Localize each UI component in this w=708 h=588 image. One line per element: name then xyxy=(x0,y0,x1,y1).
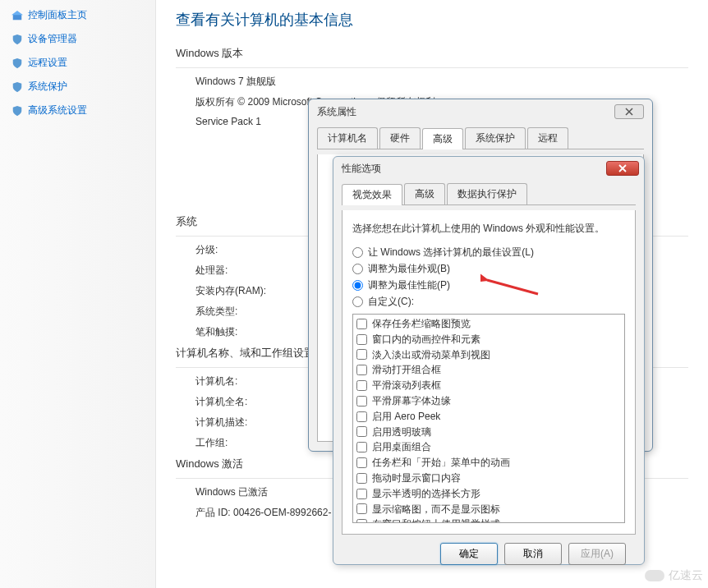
checkbox-row[interactable]: 淡入淡出或滑动菜单到视图 xyxy=(356,347,621,363)
checkbox-input[interactable] xyxy=(356,426,367,437)
checkbox-label: 平滑屏幕字体边缘 xyxy=(372,394,451,408)
sidebar-item-label: 系统保护 xyxy=(28,80,67,94)
pen-touch-label: 笔和触摸: xyxy=(195,325,237,339)
checkbox-row[interactable]: 拖动时显示窗口内容 xyxy=(356,471,621,486)
windows-edition-header: Windows 版本 xyxy=(176,46,688,61)
checkbox-label: 显示缩略图，而不是显示图标 xyxy=(372,503,500,517)
radio-input[interactable] xyxy=(352,296,363,307)
sidebar-item-label: 设备管理器 xyxy=(28,32,77,46)
apply-button[interactable]: 应用(A) xyxy=(568,543,626,565)
checkbox-label: 任务栏和「开始」菜单中的动画 xyxy=(372,456,510,470)
full-name-label: 计算机全名: xyxy=(195,395,247,409)
checkbox-label: 在窗口和按钮上使用视觉样式 xyxy=(372,517,500,523)
radio-let-windows-choose[interactable]: 让 Windows 选择计算机的最佳设置(L) xyxy=(352,246,625,260)
close-button[interactable] xyxy=(614,104,644,119)
checkbox-input[interactable] xyxy=(356,519,367,523)
checkbox-input[interactable] xyxy=(356,457,367,468)
checkbox-input[interactable] xyxy=(356,319,367,329)
checkbox-row[interactable]: 任务栏和「开始」菜单中的动画 xyxy=(356,455,621,471)
checkbox-input[interactable] xyxy=(356,334,367,345)
sidebar-item-advanced-system-settings[interactable]: 高级系统设置 xyxy=(0,99,155,122)
workgroup-label: 工作组: xyxy=(195,436,228,450)
checkbox-input[interactable] xyxy=(356,396,367,407)
radio-input[interactable] xyxy=(352,264,363,274)
tab-system-protection[interactable]: 系统保护 xyxy=(465,127,526,149)
edition-value: Windows 7 旗舰版 xyxy=(176,75,688,89)
dialog-title: 性能选项 xyxy=(342,162,381,176)
checkbox-row[interactable]: 在窗口和按钮上使用视觉样式 xyxy=(356,517,621,523)
checkbox-label: 启用桌面组合 xyxy=(372,440,431,454)
watermark: 亿速云 xyxy=(645,568,703,583)
perf-caption: 选择您想在此计算机上使用的 Windows 外观和性能设置。 xyxy=(352,222,625,236)
cancel-button[interactable]: 取消 xyxy=(504,543,562,565)
page-title: 查看有关计算机的基本信息 xyxy=(176,10,688,30)
checkbox-input[interactable] xyxy=(356,380,367,391)
dialog-title: 系统属性 xyxy=(317,105,356,119)
checkbox-input[interactable] xyxy=(356,442,367,452)
sidebar-item-label: 高级系统设置 xyxy=(28,103,87,117)
radio-input[interactable] xyxy=(352,280,363,291)
checkbox-row[interactable]: 平滑滚动列表框 xyxy=(356,378,621,393)
radio-best-performance[interactable]: 调整为最佳性能(P) xyxy=(352,278,625,292)
tab-remote[interactable]: 远程 xyxy=(527,127,568,149)
radio-input[interactable] xyxy=(352,247,363,258)
radio-best-appearance[interactable]: 调整为最佳外观(B) xyxy=(352,262,625,276)
checkbox-input[interactable] xyxy=(356,473,367,484)
shield-icon xyxy=(11,57,23,69)
radio-label: 让 Windows 选择计算机的最佳设置(L) xyxy=(368,246,534,260)
tab-visual-effects[interactable]: 视觉效果 xyxy=(342,184,402,205)
checkbox-input[interactable] xyxy=(356,365,367,375)
tab-hardware[interactable]: 硬件 xyxy=(379,127,421,149)
svg-rect-0 xyxy=(13,14,22,20)
checkbox-row[interactable]: 显示半透明的选择长方形 xyxy=(356,486,621,502)
sidebar-item-remote-settings[interactable]: 远程设置 xyxy=(0,51,155,75)
close-button[interactable] xyxy=(606,161,639,176)
checkbox-label: 显示半透明的选择长方形 xyxy=(372,487,480,501)
sidebar-item-system-protection[interactable]: 系统保护 xyxy=(0,75,155,99)
desc-label: 计算机描述: xyxy=(195,416,247,430)
checkbox-input[interactable] xyxy=(356,411,367,422)
system-type-label: 系统类型: xyxy=(195,305,237,319)
tab-computer-name[interactable]: 计算机名 xyxy=(317,127,378,149)
checkbox-row[interactable]: 启用 Aero Peek xyxy=(356,409,621,425)
checkbox-row[interactable]: 滑动打开组合框 xyxy=(356,362,621,378)
sidebar-item-device-manager[interactable]: 设备管理器 xyxy=(0,27,155,51)
visual-effects-listbox[interactable]: 保存任务栏缩略图预览窗口内的动画控件和元素淡入淡出或滑动菜单到视图滑动打开组合框… xyxy=(352,314,625,523)
checkbox-label: 保存任务栏缩略图预览 xyxy=(372,317,471,331)
tab-advanced[interactable]: 高级 xyxy=(422,128,463,149)
radio-custom[interactable]: 自定义(C): xyxy=(352,295,625,309)
sidebar-item-control-panel-home[interactable]: 控制面板主页 xyxy=(0,3,155,27)
tab-advanced[interactable]: 高级 xyxy=(404,183,445,204)
checkbox-row[interactable]: 窗口内的动画控件和元素 xyxy=(356,332,621,347)
checkbox-input[interactable] xyxy=(356,503,367,514)
computer-name-label: 计算机名: xyxy=(195,374,237,388)
shield-icon xyxy=(11,81,23,93)
checkbox-row[interactable]: 启用桌面组合 xyxy=(356,439,621,455)
dialog-titlebar[interactable]: 性能选项 xyxy=(333,157,644,180)
shield-icon xyxy=(11,105,23,117)
checkbox-row[interactable]: 显示缩略图，而不是显示图标 xyxy=(356,502,621,517)
ok-button[interactable]: 确定 xyxy=(440,543,498,565)
close-icon xyxy=(625,108,633,116)
watermark-text: 亿速云 xyxy=(669,568,703,581)
checkbox-row[interactable]: 启用透明玻璃 xyxy=(356,425,621,440)
perf-panel: 选择您想在此计算机上使用的 Windows 外观和性能设置。 让 Windows… xyxy=(342,210,636,535)
checkbox-label: 启用透明玻璃 xyxy=(372,425,431,439)
performance-options-dialog: 性能选项 视觉效果 高级 数据执行保护 选择您想在此计算机上使用的 Window… xyxy=(333,156,645,565)
checkbox-input[interactable] xyxy=(356,489,367,499)
tab-dep[interactable]: 数据执行保护 xyxy=(447,183,527,204)
checkbox-row[interactable]: 平滑屏幕字体边缘 xyxy=(356,393,621,409)
checkbox-label: 淡入淡出或滑动菜单到视图 xyxy=(372,348,490,362)
home-icon xyxy=(11,10,23,21)
checkbox-row[interactable]: 保存任务栏缩略图预览 xyxy=(356,316,621,332)
radio-label: 调整为最佳外观(B) xyxy=(368,262,450,276)
checkbox-label: 拖动时显示窗口内容 xyxy=(372,471,461,485)
dialog-titlebar[interactable]: 系统属性 xyxy=(309,99,652,124)
checkbox-label: 启用 Aero Peek xyxy=(372,410,440,424)
sidebar-item-label: 远程设置 xyxy=(28,56,67,70)
separator xyxy=(176,67,688,68)
dialog-buttons: 确定 取消 应用(A) xyxy=(342,535,636,565)
checkbox-input[interactable] xyxy=(356,349,367,360)
sidebar: 控制面板主页 设备管理器 远程设置 系统保护 高级系统设置 xyxy=(0,0,156,588)
ram-label: 安装内存(RAM): xyxy=(195,284,266,298)
